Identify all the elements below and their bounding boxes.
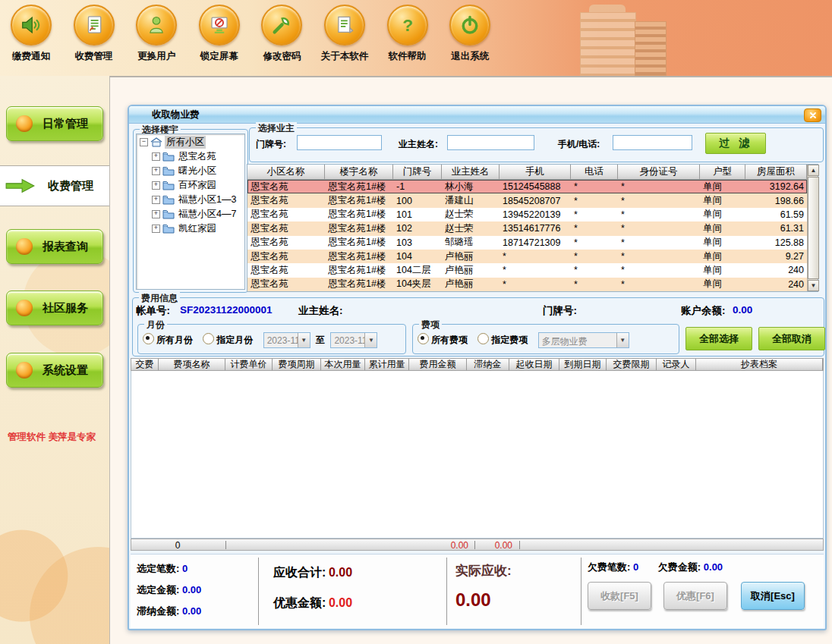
discount-button[interactable]: 优惠[F6] — [663, 582, 727, 610]
table-row[interactable]: 恩宝名苑恩宝名苑1#楼103邹璐瑶18714721309**单间125.88 — [247, 236, 807, 250]
expand-icon[interactable]: + — [152, 152, 160, 161]
cell: * — [500, 279, 571, 290]
specified-month-radio[interactable] — [203, 333, 214, 344]
column-header[interactable]: 楼宇名称 — [325, 165, 393, 179]
cell: * — [571, 265, 618, 275]
close-icon[interactable] — [804, 108, 821, 122]
tree-item-5[interactable]: +福慧小区4—7 — [137, 207, 244, 221]
expand-icon[interactable]: + — [152, 210, 160, 218]
arrears-amount-label: 欠费金额: — [658, 561, 701, 573]
scroll-down-icon[interactable]: ▼ — [808, 280, 819, 291]
sidebar-item-2[interactable]: 收费管理 — [0, 165, 109, 206]
toolbar-item-fee-doc[interactable]: 收费管理 — [65, 5, 124, 63]
toolbar-item-about-doc[interactable]: 关于本软件 — [315, 5, 374, 63]
tree-item-6[interactable]: +凯红家园 — [137, 221, 244, 235]
door-no-input[interactable] — [297, 135, 382, 150]
chevron-down-icon: ▼ — [298, 333, 310, 347]
column-header[interactable]: 门牌号 — [393, 165, 442, 179]
owner-name-input[interactable] — [447, 135, 534, 150]
fees-column-header[interactable]: 费用金额 — [409, 359, 467, 370]
cell: * — [618, 181, 700, 192]
cell: * — [618, 279, 700, 290]
fee-doc-icon — [74, 5, 115, 46]
filter-button[interactable]: 过 滤 — [705, 133, 766, 154]
fees-column-header[interactable]: 累计用量 — [365, 359, 409, 370]
sidebar-item-3[interactable]: 报表查询 — [6, 229, 103, 264]
column-header[interactable]: 户型 — [700, 165, 745, 179]
cell: 赵士荣 — [442, 222, 500, 235]
all-months-radio[interactable] — [143, 333, 154, 344]
specified-fee-radio[interactable] — [477, 333, 489, 344]
scroll-up-icon[interactable]: ▲ — [808, 165, 819, 176]
fees-column-header[interactable]: 本次用量 — [321, 359, 365, 370]
all-fees-radio[interactable] — [418, 333, 429, 344]
table-row[interactable]: 恩宝名苑恩宝名苑1#楼104夹层卢艳丽***单间240 — [247, 278, 807, 291]
cell: 9.27 — [745, 251, 807, 262]
phone-input[interactable] — [613, 135, 692, 150]
tree-root-all-communities[interactable]: −所有小区 — [137, 135, 244, 149]
owner-filter-title: 选择业主 — [256, 122, 297, 135]
sidebar-item-1[interactable]: 日常管理 — [6, 106, 103, 141]
fee-type-select[interactable]: 多层物业费▼ — [538, 332, 629, 348]
tree-item-1[interactable]: +恩宝名苑 — [137, 149, 244, 163]
fees-column-header[interactable]: 交费 — [131, 359, 159, 370]
actual-receivable-value: 0.00 — [455, 589, 491, 610]
toolbar-item-power[interactable]: 退出系统 — [440, 5, 500, 63]
column-header[interactable]: 小区名称 — [247, 165, 325, 179]
cancel-button[interactable]: 取消[Esc] — [741, 582, 805, 610]
arrears-count-label: 欠费笔数: — [588, 561, 630, 573]
table-row[interactable]: 恩宝名苑恩宝名苑1#楼104卢艳丽***单间9.27 — [247, 250, 807, 263]
status-late-fee: 0.00 — [477, 540, 512, 551]
fees-column-header[interactable]: 交费限期 — [607, 359, 657, 370]
fees-column-header[interactable]: 起收日期 — [509, 359, 559, 370]
toolbar-item-switch-user[interactable]: 更换用户 — [127, 5, 186, 63]
fees-column-header[interactable]: 抄表档案 — [696, 359, 823, 370]
month-group-title: 月份 — [144, 319, 167, 331]
sidebar-item-5[interactable]: 系统设置 — [6, 353, 103, 388]
toolbar-item-speaker[interactable]: 缴费通知 — [2, 5, 61, 63]
tree-item-2[interactable]: +曙光小区 — [137, 164, 244, 177]
scroll-thumb[interactable] — [808, 177, 819, 279]
column-header[interactable]: 业主姓名 — [442, 165, 500, 179]
expand-icon[interactable]: + — [152, 167, 160, 175]
column-header[interactable]: 身份证号 — [618, 165, 700, 179]
column-header[interactable]: 房屋面积 — [745, 165, 807, 179]
cell: 恩宝名苑 — [247, 278, 325, 291]
table-row[interactable]: 恩宝名苑恩宝名苑1#楼104二层卢艳丽***单间240 — [247, 263, 807, 277]
deselect-all-button[interactable]: 全部取消 — [758, 327, 825, 350]
toolbar-item-help[interactable]: ?软件帮助 — [378, 5, 437, 63]
toolbar-item-lock-screen[interactable]: 锁定屏幕 — [190, 5, 249, 63]
expand-icon[interactable]: + — [152, 181, 160, 190]
table-row[interactable]: 恩宝名苑恩宝名苑1#楼102赵士荣13514617776**单间61.31 — [247, 221, 807, 235]
selected-count-value: 0 — [182, 563, 188, 574]
collapse-icon[interactable]: − — [140, 138, 148, 146]
fees-column-header[interactable]: 费项周期 — [273, 359, 321, 370]
fees-column-header[interactable]: 费项名称 — [159, 359, 225, 370]
owners-table-scrollbar[interactable]: ▲ ▼ — [807, 165, 818, 291]
tree-item-3[interactable]: +百环家园 — [137, 178, 244, 192]
dialog-titlebar[interactable]: 收取物业费 — [129, 106, 825, 124]
cell: 林小海 — [442, 181, 500, 193]
month-from-select[interactable]: 2023-11▼ — [263, 332, 310, 348]
column-header[interactable]: 电话 — [571, 165, 618, 179]
cell: 100 — [393, 196, 442, 206]
expand-icon[interactable]: + — [152, 225, 160, 233]
table-row[interactable]: 恩宝名苑恩宝名苑1#楼101赵士荣13945220139**单间61.59 — [247, 208, 807, 221]
pay-button[interactable]: 收款[F5] — [588, 582, 651, 610]
orb-icon — [16, 362, 33, 379]
table-row[interactable]: 恩宝名苑恩宝名苑1#楼100潘建山18545208707**单间198.66 — [247, 193, 807, 207]
fees-column-header[interactable]: 计费单价 — [225, 359, 273, 370]
column-header[interactable]: 手机 — [500, 165, 571, 179]
tree-item-4[interactable]: +福慧小区1—3 — [137, 193, 244, 206]
expand-icon[interactable]: + — [152, 196, 160, 204]
fees-column-header[interactable]: 到期日期 — [559, 359, 607, 370]
sidebar-item-4[interactable]: 社区服务 — [6, 291, 103, 325]
table-row[interactable]: 恩宝名苑恩宝名苑1#楼-1林小海15124545888**单间3192.64 — [247, 180, 807, 193]
fees-column-header[interactable]: 滞纳金 — [467, 359, 509, 370]
cell: 恩宝名苑 — [247, 181, 325, 193]
toolbar-item-wrench[interactable]: 修改密码 — [252, 5, 311, 63]
sidebar: 管理软件 美萍是专家 日常管理收费管理报表查询社区服务系统设置 — [0, 76, 110, 644]
month-to-select[interactable]: 2023-11▼ — [330, 332, 377, 348]
fees-column-header[interactable]: 记录人 — [657, 359, 696, 370]
select-all-button[interactable]: 全部选择 — [685, 327, 752, 350]
